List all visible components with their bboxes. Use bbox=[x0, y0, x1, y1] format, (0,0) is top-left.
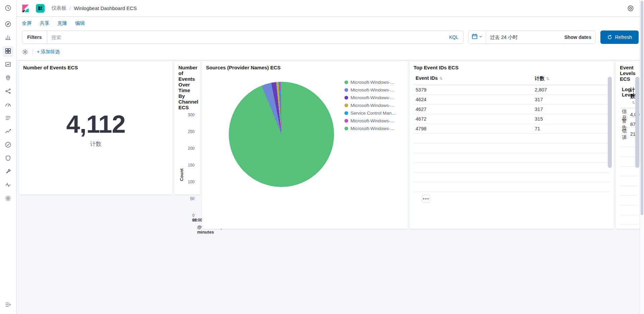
column-header-0[interactable]: Event IDs⇅ bbox=[416, 75, 535, 82]
table-row[interactable]: 4624317 bbox=[414, 95, 610, 105]
table-row-empty bbox=[620, 167, 637, 176]
panel-title: Number of Events Over Time By Channel EC… bbox=[178, 65, 196, 110]
filter-row: + 添加筛选 bbox=[22, 48, 639, 56]
toolbar-link-share[interactable]: 共享 bbox=[40, 20, 49, 26]
legend-label: Microsoft-Windows-… bbox=[351, 118, 395, 123]
panel-title: Number of Events ECS bbox=[23, 65, 168, 70]
toolbar-link-fullscreen[interactable]: 全屏 bbox=[22, 20, 32, 26]
filter-settings-gear-icon[interactable] bbox=[22, 49, 29, 55]
sources-pie-chart[interactable] bbox=[229, 82, 334, 187]
table-row[interactable]: 4627317 bbox=[414, 105, 610, 114]
space-avatar[interactable]: 默 bbox=[36, 4, 45, 13]
sidebar-item-metrics[interactable] bbox=[3, 100, 13, 111]
breadcrumb-current-page: Winlogbeat Dashboard ECS bbox=[74, 5, 137, 11]
table-row[interactable]: 4672315 bbox=[414, 114, 610, 124]
table-row-empty bbox=[414, 143, 610, 153]
legend-dot bbox=[344, 111, 348, 115]
sidebar-item-stack-monitoring[interactable] bbox=[3, 180, 13, 191]
query-bar: Filters KQL bbox=[22, 30, 464, 44]
panel-event-levels: Event Levels ECS Log Levels⇅计数⇅信息4,004警告… bbox=[616, 61, 641, 229]
table-row[interactable]: 警告87 bbox=[620, 118, 637, 128]
table-row-empty bbox=[414, 182, 610, 192]
sidebar-item-siem[interactable] bbox=[3, 153, 13, 164]
page-scrollbar[interactable] bbox=[640, 0, 644, 314]
legend-item-source-3[interactable]: Microsoft-Windows-… bbox=[344, 103, 404, 108]
pie-body: Microsoft-Windows-…Microsoft-Windows-…Mi… bbox=[206, 71, 404, 187]
sidebar-item-machine-learning[interactable] bbox=[3, 86, 13, 97]
sidebar-item-dashboard[interactable] bbox=[3, 46, 13, 57]
canvas-icon bbox=[5, 61, 11, 69]
kql-syntax-button[interactable]: KQL bbox=[444, 35, 463, 40]
table-scrollbar[interactable] bbox=[635, 77, 639, 168]
legend-label: Microsoft-Windows-… bbox=[351, 87, 395, 92]
sidebar-item-discover[interactable] bbox=[3, 19, 13, 30]
table-cell: 87 bbox=[630, 122, 635, 127]
column-header-1[interactable]: 计数⇅ bbox=[535, 75, 608, 82]
sidebar-item-management[interactable] bbox=[3, 194, 13, 204]
refresh-button[interactable]: Refresh bbox=[600, 30, 639, 44]
panel-title: Event Levels ECS bbox=[620, 65, 637, 82]
event-ids-table: Event IDs⇅计数⇅53792,807462431746273174672… bbox=[414, 72, 610, 192]
breadcrumb-dashboards-link[interactable]: 仪表板 bbox=[51, 5, 66, 11]
y-axis-title: Count bbox=[178, 115, 185, 235]
page-scrollbar-thumb[interactable] bbox=[641, 1, 643, 215]
query-row: Filters KQL 过去 24 小时 Show dates Refresh bbox=[22, 30, 639, 44]
table-row[interactable]: 479871 bbox=[414, 124, 610, 134]
app-root: 默 仪表板 / Winlogbeat Dashboard ECS 全屏共享克隆编… bbox=[0, 0, 644, 314]
sidebar-item-dev-tools[interactable] bbox=[3, 167, 13, 178]
sidebar-item-logs[interactable] bbox=[3, 113, 13, 124]
kibana-logo[interactable] bbox=[21, 4, 30, 13]
panel-options-button[interactable]: ●●● bbox=[422, 195, 430, 203]
ml-icon bbox=[5, 88, 11, 96]
sidebar-item-visualize[interactable] bbox=[3, 33, 13, 44]
filters-button[interactable]: Filters bbox=[22, 31, 47, 44]
table-row-empty bbox=[620, 215, 637, 225]
sidebar-item-maps[interactable] bbox=[3, 73, 13, 84]
y-axis-ticks: 050100150200250300 bbox=[185, 115, 197, 215]
table-row[interactable]: 信息4,004 bbox=[620, 108, 637, 118]
add-filter-link[interactable]: + 添加筛选 bbox=[37, 49, 60, 55]
panel-events-over-time: Number of Events Over Time By Channel EC… bbox=[174, 61, 200, 195]
time-chart: Count 050100150200250300 00:0003:0006:00… bbox=[178, 115, 196, 235]
sidebar-item-canvas[interactable] bbox=[3, 60, 13, 70]
legend-item-source-2[interactable]: Microsoft-Windows-… bbox=[344, 95, 404, 100]
sidebar-item-apm[interactable] bbox=[3, 127, 13, 137]
dashboard-grid: Number of Events ECS 4,112 计数 Number of … bbox=[16, 60, 644, 230]
sidebar-item-recently-viewed[interactable] bbox=[3, 3, 13, 14]
table-cell: 317 bbox=[535, 107, 608, 112]
panel-top-event-ids: Top Event IDs ECS Event IDs⇅计数⇅53792,807… bbox=[410, 61, 614, 229]
table-row[interactable]: 53792,807 bbox=[414, 85, 610, 95]
table-scrollbar[interactable] bbox=[608, 77, 612, 168]
legend-dot bbox=[344, 104, 348, 107]
top-navigation-bar: 默 仪表板 / Winlogbeat Dashboard ECS bbox=[16, 0, 644, 17]
legend-item-source-0[interactable]: Microsoft-Windows-… bbox=[344, 80, 404, 85]
toolbar-link-edit[interactable]: 编辑 bbox=[75, 20, 85, 26]
breadcrumb-separator: / bbox=[69, 5, 71, 11]
help-icon[interactable] bbox=[627, 5, 634, 12]
search-input[interactable] bbox=[47, 35, 444, 40]
legend-item-source-4[interactable]: Service Control Man… bbox=[344, 111, 404, 116]
table-cell: 4798 bbox=[416, 126, 535, 131]
column-header-1[interactable]: 计数⇅ bbox=[630, 87, 635, 105]
legend-item-source-6[interactable]: Microsoft-Windows-… bbox=[344, 126, 404, 131]
sidebar-item-uptime[interactable] bbox=[3, 140, 13, 151]
shield-icon bbox=[5, 155, 11, 163]
legend-dot bbox=[344, 80, 348, 84]
pulse-icon bbox=[5, 182, 11, 190]
breadcrumb: 仪表板 / Winlogbeat Dashboard ECS bbox=[51, 5, 137, 11]
refresh-icon bbox=[607, 35, 612, 40]
collapse-nav-button[interactable] bbox=[3, 300, 13, 311]
table-cell: 4627 bbox=[416, 107, 535, 112]
show-dates-button[interactable]: Show dates bbox=[560, 35, 595, 40]
pie-legend: Microsoft-Windows-…Microsoft-Windows-…Mi… bbox=[344, 71, 404, 187]
legend-label: Microsoft-Windows-… bbox=[351, 80, 395, 85]
metric-body: 4,112 计数 bbox=[23, 70, 168, 189]
column-header-0[interactable]: Log Levels⇅ bbox=[622, 87, 630, 105]
legend-item-source-1[interactable]: Microsoft-Windows-… bbox=[344, 87, 404, 92]
time-range-value[interactable]: 过去 24 小时 bbox=[486, 34, 560, 41]
legend-item-source-5[interactable]: Microsoft-Windows-… bbox=[344, 118, 404, 123]
table-row[interactable]: 错误21 bbox=[620, 128, 637, 137]
panel-title: Sources (Provider Names) ECS bbox=[206, 65, 404, 70]
toolbar-link-clone[interactable]: 克隆 bbox=[57, 20, 67, 26]
date-quick-select-button[interactable] bbox=[469, 31, 486, 44]
